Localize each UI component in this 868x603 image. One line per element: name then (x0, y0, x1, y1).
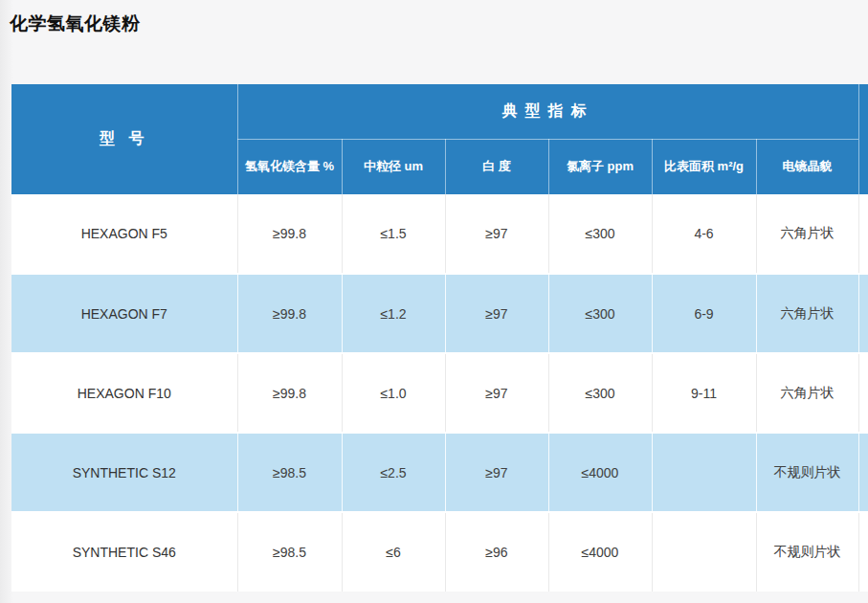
header-group-row: 型 号 典型指标 (11, 84, 868, 139)
value-cell: ≥97 (445, 194, 548, 274)
value-cell: ≤300 (548, 194, 652, 274)
column-header-content: 氢氧化镁含量 % (237, 139, 342, 194)
value-cell: ≥97 (445, 433, 548, 512)
value-cell: ≤300 (548, 274, 652, 353)
model-cell: SYNTHETIC S46 (11, 512, 237, 592)
value-cell: 9-11 (652, 353, 756, 433)
model-cell: HEXAGON F5 (11, 194, 237, 274)
value-cell: 不规则片状 (756, 433, 858, 512)
column-header-model: 型 号 (11, 84, 237, 194)
value-cell: ≤1.2 (342, 274, 445, 353)
value-cell: ≤1.5 (342, 194, 445, 274)
value-cell: ≥97 (445, 353, 548, 433)
value-cell: ≤2.5 (342, 433, 445, 512)
value-cell: ≤6 (342, 512, 445, 592)
value-cell (652, 512, 756, 592)
table-row: HEXAGON F7 ≥99.8 ≤1.2 ≥97 ≤300 6-9 六角片状 (11, 274, 868, 353)
overflow-cell (858, 512, 868, 592)
table-header: 型 号 典型指标 氢氧化镁含量 % 中粒径 um 白 度 氯离子 ppm 比表面… (11, 84, 868, 194)
model-cell: SYNTHETIC S12 (11, 433, 237, 512)
overflow-cell (858, 194, 868, 274)
value-cell: ≥99.8 (237, 194, 342, 274)
value-cell: 不规则片状 (756, 512, 858, 592)
column-header-overflow (858, 84, 868, 194)
value-cell: ≤300 (548, 353, 652, 433)
model-cell: HEXAGON F10 (11, 353, 237, 433)
value-cell: 六角片状 (756, 274, 858, 353)
value-cell: ≤1.0 (342, 353, 445, 433)
table-row: SYNTHETIC S12 ≥98.5 ≤2.5 ≥97 ≤4000 不规则片状 (11, 433, 868, 512)
model-cell: HEXAGON F7 (11, 274, 237, 353)
value-cell (652, 433, 756, 512)
value-cell: ≥97 (445, 274, 548, 353)
value-cell: ≤4000 (548, 433, 652, 512)
column-header-particle-size: 中粒径 um (342, 139, 445, 194)
table-body: HEXAGON F5 ≥99.8 ≤1.5 ≥97 ≤300 4-6 六角片状 … (11, 194, 868, 592)
spec-table: 型 号 典型指标 氢氧化镁含量 % 中粒径 um 白 度 氯离子 ppm 比表面… (11, 84, 868, 592)
overflow-cell (858, 433, 868, 512)
column-header-chloride: 氯离子 ppm (548, 139, 652, 194)
column-header-whiteness: 白 度 (445, 139, 548, 194)
value-cell: 六角片状 (756, 353, 858, 433)
table-row: SYNTHETIC S46 ≥98.5 ≤6 ≥96 ≤4000 不规则片状 (11, 512, 868, 592)
value-cell: 6-9 (652, 274, 756, 353)
value-cell: ≥98.5 (237, 433, 342, 512)
value-cell: ≤4000 (548, 512, 652, 592)
page-title: 化学氢氧化镁粉 (10, 11, 141, 36)
spec-table-container: 型 号 典型指标 氢氧化镁含量 % 中粒径 um 白 度 氯离子 ppm 比表面… (11, 84, 868, 592)
overflow-cell (858, 353, 868, 433)
value-cell: ≥98.5 (237, 512, 342, 592)
value-cell: 六角片状 (756, 194, 858, 274)
overflow-cell (858, 274, 868, 353)
value-cell: ≥99.8 (237, 353, 342, 433)
value-cell: 4-6 (652, 194, 756, 274)
column-header-surface-area: 比表面积 m²/g (652, 139, 756, 194)
value-cell: ≥99.8 (237, 274, 342, 353)
table-row: HEXAGON F10 ≥99.8 ≤1.0 ≥97 ≤300 9-11 六角片… (11, 353, 868, 433)
column-group-header-typical-indicators: 典型指标 (237, 84, 858, 139)
column-header-morphology: 电镜晶貌 (756, 139, 858, 194)
value-cell: ≥96 (445, 512, 548, 592)
table-row: HEXAGON F5 ≥99.8 ≤1.5 ≥97 ≤300 4-6 六角片状 (11, 194, 868, 274)
